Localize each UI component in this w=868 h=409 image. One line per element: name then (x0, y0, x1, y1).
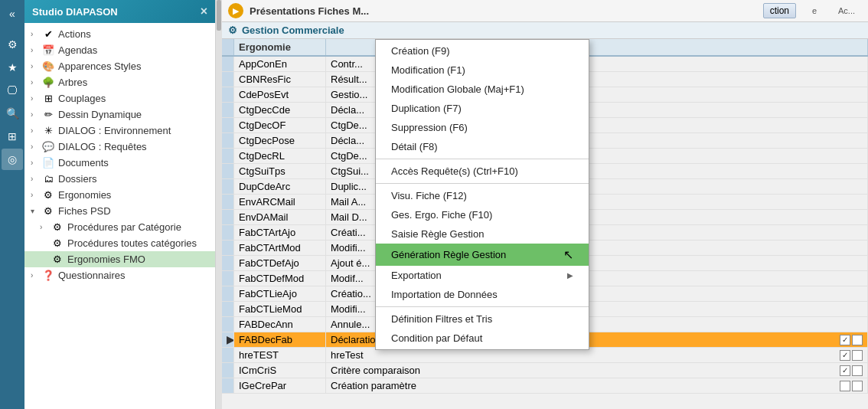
grid-sidebar-icon[interactable]: ⊞ (2, 126, 23, 147)
row-indicator (222, 286, 234, 301)
gestion-bar: ⚙ Gestion Commerciale (222, 22, 868, 39)
row-indicator (222, 302, 234, 316)
sidebar-item-actions[interactable]: › ✔ Actions (24, 26, 215, 42)
menu-item-label: Ges. Ergo. Fiche (F10) (391, 209, 492, 221)
menu-item-condition-defaut[interactable]: Condition par Défaut (376, 329, 589, 348)
sidebar-item-dialog-env[interactable]: › ✳ DIALOG : Environnement (24, 123, 215, 139)
sidebar-item-label: Apparences Styles (58, 61, 141, 72)
sidebar-scrollbar[interactable] (216, 0, 222, 409)
expand-arrow: › (31, 110, 41, 119)
menu-item-modification-globale[interactable]: Modification Globale (Maj+F1) (376, 80, 589, 99)
sidebar-item-label: Couplages (58, 93, 106, 104)
menu-item-suppression[interactable]: Suppression (F6) (376, 118, 589, 137)
action-button[interactable]: ction (763, 3, 796, 18)
row-indicator (222, 240, 234, 255)
sidebar-item-dessin[interactable]: › ✏ Dessin Dynamique (24, 106, 215, 123)
sidebar-item-label: Procédures toutes catégories (67, 237, 197, 249)
scrollbar-thumb[interactable] (217, 0, 221, 31)
sidebar-item-couplages[interactable]: › ⊞ Couplages (24, 90, 215, 106)
menu-item-definition-filtres[interactable]: Définition Filtres et Tris (376, 309, 589, 329)
menu-item-label: Condition par Défaut (391, 332, 482, 344)
row-ergonomie: FabCTArtAjo (234, 225, 326, 240)
menu-item-duplication[interactable]: Duplication (F7) (376, 99, 589, 118)
table-row[interactable]: ICmCriS Critère comparaison (222, 363, 868, 378)
menu-item-generation-regle[interactable]: Génération Règle Gestion ↖ (376, 244, 589, 266)
context-menu-overlay: Création (F9) Modification (F1) Modifica… (375, 39, 589, 350)
row-ergonomie: DupCdeArc (234, 179, 326, 194)
menu-item-label: Importation de Données (391, 289, 498, 300)
menu-item-acces-requete[interactable]: Accès Requête(s) (Ctrl+F10) (376, 162, 589, 181)
nav-close-button[interactable]: × (201, 5, 207, 18)
sidebar-item-label: Questionnaires (58, 270, 125, 281)
nav-sidebar: Studio DIAPASON × › ✔ Actions › 📅 Agenda… (24, 0, 216, 409)
dialog-req-icon: 💬 (41, 141, 55, 152)
menu-item-visu-fiche[interactable]: Visu. Fiche (F12) (376, 186, 589, 205)
dessin-icon: ✏ (41, 109, 55, 120)
checkbox2[interactable] (852, 365, 863, 376)
panel-icon: ▶ (228, 3, 243, 18)
sidebar-item-arbres[interactable]: › 🌳 Arbres (24, 74, 215, 90)
menu-item-importation[interactable]: Importation de Données (376, 285, 589, 304)
settings-sidebar-icon[interactable]: ⚙ (2, 34, 23, 55)
sidebar-item-label: Agendas (58, 44, 97, 56)
actions-icon: ✔ (41, 28, 55, 40)
row-ergonomie: FabCTLieAjo (234, 286, 326, 301)
gestion-icon: ⚙ (228, 25, 237, 36)
checkbox1[interactable] (840, 335, 850, 345)
content-area: ▶ Présentations Fiches M... ction e Ac..… (222, 0, 868, 409)
menu-separator (376, 159, 589, 159)
checkbox2[interactable] (852, 335, 863, 345)
monitor-sidebar-icon[interactable]: 🖵 (2, 80, 23, 101)
sidebar-item-questionnaires[interactable]: › ❓ Questionnaires (24, 267, 215, 283)
row-ergonomie: FabCTDefAjo (234, 256, 326, 270)
menu-item-ges-ergo[interactable]: Ges. Ergo. Fiche (F10) (376, 205, 589, 224)
col-ergonomie-header[interactable]: Ergonomie (234, 39, 326, 55)
checkbox1[interactable] (840, 365, 850, 376)
menu-item-saisie-regle[interactable]: Saisie Règle Gestion (376, 224, 589, 244)
sidebar-item-fiches-psd[interactable]: ▾ ⚙ Fiches PSD (24, 203, 215, 219)
back-button[interactable]: « (2, 3, 23, 25)
table-row[interactable]: IGeCrePar Création paramètre (222, 378, 868, 394)
search-sidebar-icon[interactable]: 🔍 (2, 103, 23, 124)
sidebar-item-dossiers[interactable]: › 🗂 Dossiers (24, 171, 215, 187)
proc-all-icon: ⚙ (51, 237, 64, 249)
row-indicator (222, 149, 234, 163)
favorites-sidebar-icon[interactable]: ★ (2, 57, 23, 78)
checkbox2[interactable] (852, 350, 863, 361)
ergonomies-fmo-icon: ⚙ (51, 254, 64, 265)
sidebar-item-procedures-all[interactable]: ⚙ Procédures toutes catégories (24, 235, 215, 251)
menu-item-label: Saisie Règle Gestion (391, 228, 484, 240)
checkbox2[interactable] (852, 381, 863, 391)
table-row[interactable]: hreTEST hreTest (222, 348, 868, 363)
sidebar-item-ergonomies-fmo[interactable]: ⚙ Ergonomies FMO (24, 251, 215, 267)
documents-icon: 📄 (41, 157, 55, 169)
sidebar-item-dialog-req[interactable]: › 💬 DIALOG : Requêtes (24, 139, 215, 155)
sidebar-item-procedures-cat[interactable]: › ⚙ Procédures par Catégorie (24, 219, 215, 235)
menu-item-creation[interactable]: Création (F9) (376, 41, 589, 61)
menu-item-exportation[interactable]: Exportation ▶ (376, 266, 589, 285)
expand-arrow: › (31, 142, 41, 151)
row-indicator (222, 118, 234, 133)
sidebar-item-documents[interactable]: › 📄 Documents (24, 155, 215, 171)
menu-item-label: Modification (F1) (391, 64, 465, 76)
row-ergonomie: CtgDecOF (234, 118, 326, 133)
row-indicator: ▶ (222, 332, 234, 347)
sidebar-item-label: Procédures par Catégorie (67, 221, 181, 233)
map-search-sidebar-icon[interactable]: ◎ (2, 149, 23, 170)
menu-item-label: Définition Filtres et Tris (391, 313, 492, 325)
row-ergonomie: FabCTArtMod (234, 240, 326, 255)
checkbox1[interactable] (840, 350, 850, 361)
context-menu: Création (F9) Modification (F1) Modifica… (375, 39, 589, 350)
expand-arrow: › (31, 30, 41, 38)
checkbox1[interactable] (840, 381, 850, 391)
row-indicator (222, 378, 234, 393)
sidebar-item-agendas[interactable]: › 📅 Agendas (24, 42, 215, 58)
row-ergonomie: FABDecFab (234, 332, 326, 347)
row-indicator (222, 348, 234, 362)
row-checkboxes (840, 365, 863, 376)
sidebar-item-apparences[interactable]: › 🎨 Apparences Styles (24, 58, 215, 74)
menu-item-detail[interactable]: Détail (F8) (376, 137, 589, 156)
menu-item-modification[interactable]: Modification (F1) (376, 61, 589, 80)
row-checkboxes (840, 350, 863, 361)
sidebar-item-ergonomies[interactable]: › ⚙ Ergonomies (24, 187, 215, 203)
